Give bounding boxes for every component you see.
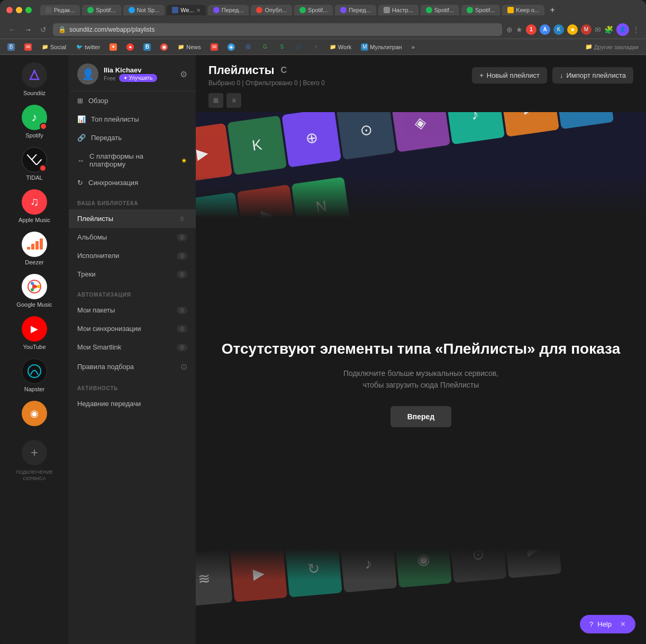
grid-view-button[interactable]: ⊞ bbox=[208, 93, 223, 108]
close-window-button[interactable] bbox=[6, 7, 13, 13]
news-folder-icon: 📁 bbox=[177, 43, 185, 51]
kb-icon[interactable]: K bbox=[553, 24, 564, 35]
spotify-badge bbox=[40, 123, 47, 130]
bookmark-work[interactable]: 📁 Work bbox=[326, 42, 354, 52]
nav-tracks[interactable]: Треки 0 bbox=[69, 265, 196, 283]
empty-state: Отсутствуют элементы типа «Плейлисты» дл… bbox=[196, 218, 646, 549]
tab-item[interactable]: Настр... bbox=[378, 5, 418, 15]
tab-item[interactable]: Spotif... bbox=[461, 5, 500, 15]
bookmark-sheets[interactable]: G bbox=[258, 42, 272, 52]
nav-recent-transfers[interactable]: Недавние передачи bbox=[69, 394, 196, 413]
bookmark-hex[interactable]: ⬡ bbox=[292, 42, 306, 52]
minimize-window-button[interactable] bbox=[16, 7, 22, 13]
tab-item[interactable]: Spotif... bbox=[294, 5, 333, 15]
nav-platform-transfer[interactable]: ↔ С платформы на платформу ★ bbox=[69, 147, 196, 173]
banner-fade bbox=[196, 176, 646, 218]
extensions-icon[interactable]: 🧩 bbox=[604, 25, 613, 34]
help-button[interactable]: ? Help ✕ bbox=[580, 615, 635, 633]
nav-sidebar: 👤 Ilia Kichaev Free ✦ Улучшить ⚙ ⊞ Обзор… bbox=[69, 55, 196, 644]
nav-overview[interactable]: ⊞ Обзор bbox=[69, 91, 196, 110]
nav-rules[interactable]: Правила подбора ⊙ bbox=[69, 356, 196, 377]
folder-icon: 📁 bbox=[41, 43, 49, 51]
import-playlist-button[interactable]: ↓ Импорт плейлиста bbox=[552, 67, 633, 84]
refresh-button[interactable]: ↺ bbox=[38, 23, 49, 36]
other-bookmarks[interactable]: 📁 Другие закладки bbox=[582, 42, 642, 51]
syncs-count: 0 bbox=[177, 325, 187, 333]
bookmark-spotify[interactable]: S bbox=[275, 42, 289, 52]
nav-transfer[interactable]: 🔗 Передать bbox=[69, 128, 196, 147]
nav-my-syncs[interactable]: Мои синхронизации 0 bbox=[69, 319, 196, 338]
bookmark-drop[interactable]: ◈ bbox=[224, 42, 238, 52]
sheets-icon: G bbox=[261, 43, 269, 51]
forward-button[interactable]: Вперед bbox=[390, 406, 452, 427]
address-actions: ⊕ ★ 1 A K ■ M ✉ 🧩 👤 ⋮ bbox=[506, 23, 640, 36]
nav-albums[interactable]: Альбомы 0 bbox=[69, 228, 196, 246]
settings-icon[interactable]: ⚙ bbox=[180, 69, 187, 79]
tab-close-icon[interactable]: ✕ bbox=[196, 7, 201, 13]
keep-icon[interactable]: ■ bbox=[567, 24, 578, 35]
mairu-icon[interactable]: M bbox=[581, 24, 592, 35]
translate-icon[interactable]: ⊕ bbox=[506, 25, 513, 34]
google-icon: Ⓖ bbox=[244, 43, 252, 51]
service-apple-music[interactable]: ♫ Apple Music bbox=[5, 186, 63, 226]
bookmark-bright[interactable]: ✦ bbox=[106, 42, 120, 52]
bookmark-icon[interactable]: ★ bbox=[516, 25, 523, 34]
service-youtube[interactable]: ▶ YouTube bbox=[5, 313, 63, 353]
add-service-button[interactable]: + bbox=[22, 440, 47, 465]
menu-icon[interactable]: ⋮ bbox=[632, 25, 640, 34]
bookmark-social[interactable]: 📁 Social bbox=[38, 42, 69, 52]
bookmark-b[interactable]: B bbox=[140, 42, 154, 52]
tab-item-active[interactable]: We... ✕ bbox=[167, 5, 205, 15]
nav-top-playlists[interactable]: 📊 Топ плейлисты bbox=[69, 110, 196, 128]
tidal-icon bbox=[22, 147, 47, 172]
nav-smartlink[interactable]: Мои Smartlink 0 bbox=[69, 338, 196, 356]
bookmark-gmail[interactable]: ✉ bbox=[207, 42, 221, 52]
service-napster[interactable]: Napster bbox=[5, 355, 63, 395]
circle-icon: ◉ bbox=[160, 43, 168, 51]
nav-my-packages[interactable]: Мои пакеты 0 bbox=[69, 301, 196, 319]
tab-item[interactable]: Spotif... bbox=[82, 5, 121, 15]
forward-button[interactable]: → bbox=[22, 23, 34, 36]
tab-item[interactable]: Keep o... bbox=[502, 5, 544, 15]
list-view-button[interactable]: ≡ bbox=[226, 93, 241, 108]
bookmark-red[interactable]: ● bbox=[123, 42, 137, 52]
new-tab-button[interactable]: + bbox=[547, 5, 558, 15]
service-google-music[interactable]: Google Music bbox=[5, 271, 63, 311]
service-deezer[interactable]: Deezer bbox=[5, 228, 63, 269]
bookmark-multitran[interactable]: М Мультитран bbox=[358, 42, 405, 52]
upgrade-button[interactable]: ✦ Улучшить bbox=[119, 74, 157, 82]
service-other[interactable]: ◉ bbox=[5, 398, 63, 429]
back-button[interactable]: ← bbox=[6, 23, 18, 36]
bookmark-news[interactable]: 📁 News bbox=[174, 42, 204, 52]
abp-icon[interactable]: A bbox=[540, 24, 550, 35]
new-playlist-button[interactable]: + Новый плейлист bbox=[472, 67, 547, 84]
tab-item[interactable]: Spotif... bbox=[421, 5, 459, 15]
nav-playlists[interactable]: Плейлисты 0 bbox=[69, 209, 196, 228]
nav-artists[interactable]: Исполнители 0 bbox=[69, 246, 196, 265]
sync-icon: ↻ bbox=[77, 179, 83, 187]
bookmark-google[interactable]: Ⓖ bbox=[241, 42, 255, 52]
maximize-window-button[interactable] bbox=[25, 7, 32, 13]
mail-icon[interactable]: ✉ bbox=[595, 25, 601, 34]
nav-sync[interactable]: ↻ Синхронизация bbox=[69, 173, 196, 192]
bookmark-more[interactable]: » bbox=[408, 43, 418, 51]
tab-item[interactable]: Not Sp... bbox=[123, 5, 165, 15]
bookmark-plane[interactable]: ✈ bbox=[309, 42, 323, 52]
help-close-icon[interactable]: ✕ bbox=[620, 620, 626, 628]
work-folder-icon: 📁 bbox=[329, 43, 336, 51]
service-spotify[interactable]: ♪ Spotify bbox=[5, 102, 63, 142]
tab-item[interactable]: Опубл... bbox=[251, 5, 292, 15]
bookmark-circle[interactable]: ◉ bbox=[157, 42, 171, 52]
bookmark-mail[interactable]: ✉ bbox=[21, 42, 35, 52]
url-input[interactable]: 🔒 soundiiz.com/webapp/playlists bbox=[53, 23, 502, 36]
bookmark-twitter[interactable]: 🐦 twitter bbox=[72, 42, 103, 52]
service-tidal[interactable]: TIDAL bbox=[5, 144, 63, 184]
tab-item[interactable]: Редак... bbox=[40, 5, 80, 15]
svg-rect-4 bbox=[31, 244, 34, 250]
import-icon: ↓ bbox=[560, 71, 563, 79]
service-soundiiz[interactable]: Soundiiz bbox=[5, 59, 63, 99]
bookmark-vk[interactable]: В bbox=[4, 42, 18, 52]
tab-item[interactable]: Перед... bbox=[208, 5, 249, 15]
profile-icon[interactable]: 👤 bbox=[616, 23, 629, 36]
tab-item[interactable]: Перед... bbox=[335, 5, 376, 15]
